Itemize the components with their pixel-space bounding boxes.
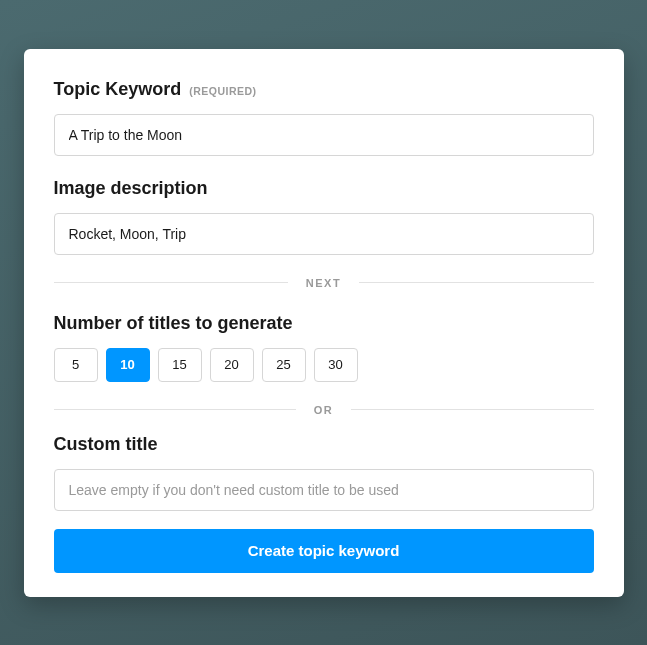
titles-count-option-10[interactable]: 10 [106,348,150,382]
titles-count-label-row: Number of titles to generate [54,313,594,334]
titles-count-options: 51015202530 [54,348,594,382]
titles-count-option-15[interactable]: 15 [158,348,202,382]
or-divider-text: OR [296,404,352,416]
image-description-group: Image description [54,178,594,255]
form-card: Topic Keyword (REQUIRED) Image descripti… [24,49,624,597]
topic-label-row: Topic Keyword (REQUIRED) [54,79,594,100]
image-description-label: Image description [54,178,208,199]
custom-title-group: Custom title [54,434,594,511]
titles-count-option-20[interactable]: 20 [210,348,254,382]
titles-count-label: Number of titles to generate [54,313,293,334]
image-desc-label-row: Image description [54,178,594,199]
next-divider-text: NEXT [288,277,359,289]
create-topic-keyword-button[interactable]: Create topic keyword [54,529,594,573]
titles-count-option-5[interactable]: 5 [54,348,98,382]
image-description-input[interactable] [54,213,594,255]
required-tag: (REQUIRED) [189,85,256,97]
topic-keyword-input[interactable] [54,114,594,156]
titles-count-option-30[interactable]: 30 [314,348,358,382]
topic-keyword-label: Topic Keyword [54,79,182,100]
titles-count-option-25[interactable]: 25 [262,348,306,382]
or-divider: OR [54,404,594,416]
next-divider: NEXT [54,277,594,289]
custom-title-label: Custom title [54,434,158,455]
custom-title-label-row: Custom title [54,434,594,455]
topic-keyword-group: Topic Keyword (REQUIRED) [54,79,594,156]
titles-count-group: Number of titles to generate 51015202530 [54,313,594,382]
custom-title-input[interactable] [54,469,594,511]
